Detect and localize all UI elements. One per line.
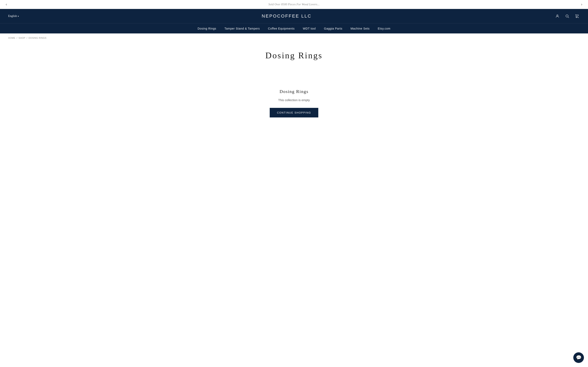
- svg-line-2: [568, 17, 569, 18]
- account-button[interactable]: [554, 13, 560, 19]
- page-title-section: Dosing Rings: [0, 42, 588, 64]
- breadcrumb-current: DOSING RINGS: [29, 37, 47, 39]
- nav-item-tamper-stand[interactable]: Tamper Stand & Tampers: [224, 27, 260, 30]
- next-arrow-icon: ›: [581, 2, 582, 6]
- language-selector[interactable]: English ▾: [8, 15, 19, 18]
- search-button[interactable]: [564, 13, 570, 19]
- language-label: English: [8, 15, 17, 18]
- nav-item-coffee-equipments[interactable]: Coffee Equipments: [268, 27, 295, 30]
- nav-item-wdt-tool[interactable]: WDT tool: [303, 27, 316, 30]
- nav-item-dosing-rings[interactable]: Dosing Rings: [198, 27, 216, 30]
- breadcrumb-sep-2: /: [26, 37, 27, 39]
- cart-icon: [575, 14, 579, 18]
- empty-state-title: Dosing Rings: [279, 89, 309, 94]
- svg-point-3: [576, 17, 577, 18]
- announcement-prev-button[interactable]: ‹: [4, 1, 9, 8]
- empty-state-message: This collection is empty: [278, 98, 310, 102]
- breadcrumb-sep-1: /: [17, 37, 17, 39]
- breadcrumb: HOME / SHOP / DOSING RINGS: [0, 33, 588, 42]
- nav-item-etsy[interactable]: Etsy.com: [378, 27, 390, 30]
- header-left: English ▾: [8, 15, 19, 18]
- continue-shopping-button[interactable]: CONTINUE SHOPPING: [270, 108, 319, 117]
- nav-item-gaggia-parts[interactable]: Gaggia Parts: [324, 27, 342, 30]
- announcement-bar: ‹ Sold Over 8500 Pieces For Wood Lovers.…: [0, 0, 588, 9]
- empty-state: Dosing Rings This collection is empty CO…: [0, 64, 588, 130]
- account-icon: [555, 14, 559, 18]
- prev-arrow-icon: ‹: [6, 2, 7, 6]
- header-icons: [554, 13, 580, 19]
- site-logo[interactable]: NEPOCOFFEE LLC: [19, 13, 554, 19]
- page-title: Dosing Rings: [8, 50, 580, 60]
- svg-point-1: [566, 15, 568, 17]
- search-icon: [565, 14, 569, 18]
- cart-button[interactable]: [574, 13, 580, 19]
- nav-item-machine-sets[interactable]: Machine Sets: [351, 27, 370, 30]
- breadcrumb-home[interactable]: HOME: [8, 37, 15, 39]
- breadcrumb-shop[interactable]: SHOP: [18, 37, 25, 39]
- svg-point-0: [557, 15, 558, 16]
- announcement-text: Sold Over 8500 Pieces For Wood Lovers...: [268, 3, 320, 6]
- svg-point-4: [578, 17, 579, 18]
- announcement-next-button[interactable]: ›: [579, 1, 584, 8]
- main-navigation: Dosing Rings Tamper Stand & Tampers Coff…: [0, 23, 588, 33]
- site-header: English ▾ NEPOCOFFEE LLC: [0, 9, 588, 23]
